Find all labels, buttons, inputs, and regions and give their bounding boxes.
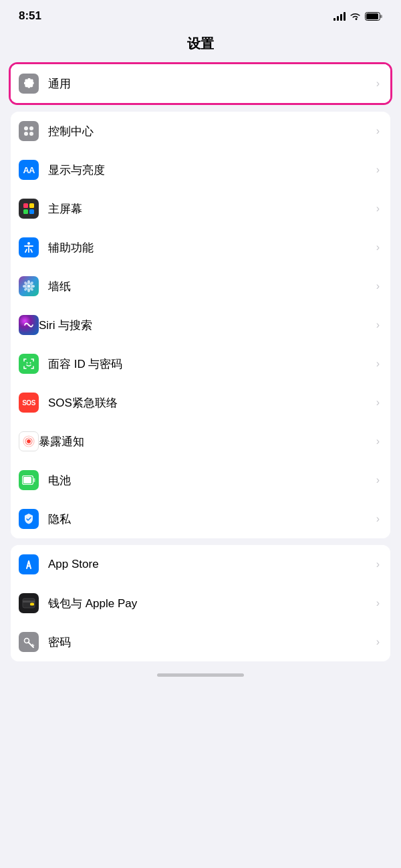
accessibility-label: 辅助功能 bbox=[48, 240, 374, 255]
home-bar bbox=[157, 673, 244, 677]
signal-icon bbox=[333, 11, 346, 21]
svg-point-16 bbox=[31, 285, 35, 288]
home-screen-label: 主屏幕 bbox=[48, 201, 374, 217]
control-center-label: 控制中心 bbox=[48, 124, 374, 139]
settings-group-2: 控制中心 › AA 显示与亮度 › 主屏幕 › 辅助功能 bbox=[11, 112, 390, 538]
appstore-label: App Store bbox=[48, 558, 374, 571]
accessibility-svg bbox=[22, 241, 35, 254]
svg-rect-1 bbox=[380, 15, 382, 18]
sos-chevron: › bbox=[376, 397, 380, 409]
gear-svg bbox=[22, 77, 35, 90]
svg-point-15 bbox=[23, 285, 27, 288]
svg-rect-9 bbox=[23, 209, 28, 214]
settings-group-1: 通用 › bbox=[11, 64, 390, 103]
home-screen-chevron: › bbox=[376, 203, 380, 215]
appstore-svg bbox=[22, 558, 35, 571]
svg-point-3 bbox=[24, 126, 28, 130]
home-indicator bbox=[0, 668, 401, 679]
svg-point-22 bbox=[27, 362, 28, 364]
battery-chevron: › bbox=[376, 474, 380, 486]
accessibility-chevron: › bbox=[376, 241, 380, 253]
sos-label: SOS紧急联络 bbox=[48, 395, 374, 411]
row-privacy[interactable]: 隐私 › bbox=[11, 500, 390, 538]
battery-row-icon bbox=[19, 470, 39, 490]
wallet-icon bbox=[19, 593, 39, 613]
settings-group-3: App Store › 钱包与 Apple Pay › 密码 › bbox=[11, 545, 390, 661]
wallpaper-chevron: › bbox=[376, 280, 380, 292]
svg-rect-10 bbox=[29, 209, 34, 214]
svg-point-6 bbox=[29, 132, 33, 136]
battery-icon bbox=[365, 12, 382, 21]
row-home-screen[interactable]: 主屏幕 › bbox=[11, 189, 390, 228]
row-accessibility[interactable]: 辅助功能 › bbox=[11, 228, 390, 267]
wallpaper-icon bbox=[19, 276, 39, 296]
privacy-icon bbox=[19, 509, 39, 529]
svg-point-21 bbox=[28, 324, 30, 326]
row-wallet[interactable]: 钱包与 Apple Pay › bbox=[11, 584, 390, 623]
row-display[interactable]: AA 显示与亮度 › bbox=[11, 150, 390, 189]
row-passwords[interactable]: 密码 › bbox=[11, 623, 390, 661]
row-battery[interactable]: 电池 › bbox=[11, 461, 390, 500]
page-title: 设置 bbox=[0, 28, 401, 62]
privacy-label: 隐私 bbox=[48, 512, 374, 527]
home-screen-icon bbox=[19, 199, 39, 219]
svg-point-4 bbox=[29, 126, 33, 130]
svg-point-14 bbox=[27, 288, 30, 292]
control-center-chevron: › bbox=[376, 125, 380, 137]
exposure-svg bbox=[22, 435, 35, 448]
sos-text: SOS bbox=[22, 399, 35, 407]
general-chevron: › bbox=[376, 78, 380, 90]
appstore-chevron: › bbox=[376, 558, 380, 570]
wallet-chevron: › bbox=[376, 597, 380, 609]
group-highlight: 通用 › bbox=[9, 62, 392, 105]
faceid-label: 面容 ID 与密码 bbox=[48, 356, 374, 372]
svg-rect-8 bbox=[29, 203, 34, 208]
control-center-icon bbox=[19, 121, 39, 141]
svg-rect-2 bbox=[366, 13, 378, 19]
svg-point-23 bbox=[30, 362, 31, 364]
row-general[interactable]: 通用 › bbox=[11, 64, 390, 103]
flower-svg bbox=[22, 280, 35, 293]
battery-label: 电池 bbox=[48, 473, 374, 488]
passwords-chevron: › bbox=[376, 636, 380, 648]
siri-svg bbox=[23, 319, 35, 331]
svg-rect-29 bbox=[23, 477, 31, 483]
sos-icon: SOS bbox=[19, 393, 39, 413]
row-faceid[interactable]: 面容 ID 与密码 › bbox=[11, 344, 390, 383]
wallet-label: 钱包与 Apple Pay bbox=[48, 596, 374, 611]
privacy-chevron: › bbox=[376, 513, 380, 525]
row-control-center[interactable]: 控制中心 › bbox=[11, 112, 390, 150]
siri-icon bbox=[19, 315, 39, 335]
svg-point-24 bbox=[27, 440, 31, 443]
row-sos[interactable]: SOS SOS紧急联络 › bbox=[11, 383, 390, 422]
faceid-icon bbox=[19, 354, 39, 374]
appstore-icon bbox=[19, 554, 39, 574]
status-bar: 8:51 bbox=[0, 0, 401, 28]
control-svg bbox=[22, 124, 35, 138]
svg-point-13 bbox=[27, 280, 30, 284]
svg-point-5 bbox=[24, 132, 28, 136]
svg-rect-28 bbox=[33, 478, 35, 482]
siri-label: Siri 与搜索 bbox=[39, 318, 374, 333]
wifi-icon bbox=[350, 12, 361, 21]
row-siri[interactable]: Siri 与搜索 › bbox=[11, 306, 390, 344]
row-appstore[interactable]: App Store › bbox=[11, 545, 390, 584]
svg-rect-7 bbox=[23, 203, 28, 208]
display-label: 显示与亮度 bbox=[48, 162, 374, 178]
wallet-svg bbox=[22, 598, 35, 609]
status-time: 8:51 bbox=[19, 9, 41, 23]
passwords-label: 密码 bbox=[48, 635, 374, 650]
wallpaper-label: 墙纸 bbox=[48, 279, 374, 294]
display-chevron: › bbox=[376, 164, 380, 176]
key-svg bbox=[22, 635, 35, 649]
faceid-chevron: › bbox=[376, 358, 380, 370]
row-exposure[interactable]: 暴露通知 › bbox=[11, 422, 390, 461]
status-icons bbox=[333, 11, 382, 21]
svg-rect-32 bbox=[30, 603, 34, 606]
exposure-label: 暴露通知 bbox=[39, 434, 374, 449]
siri-chevron: › bbox=[376, 319, 380, 331]
exposure-chevron: › bbox=[376, 435, 380, 447]
display-aa-text: AA bbox=[23, 165, 35, 175]
general-icon bbox=[19, 74, 39, 94]
row-wallpaper[interactable]: 墙纸 › bbox=[11, 267, 390, 306]
